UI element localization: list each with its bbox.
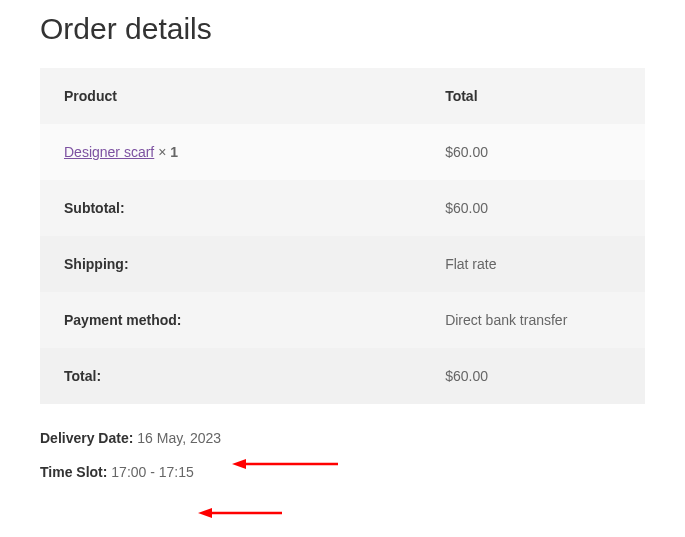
svg-marker-3 <box>198 508 212 518</box>
product-link[interactable]: Designer scarf <box>64 144 154 160</box>
footer-label: Total: <box>40 348 421 404</box>
footer-value: Direct bank transfer <box>421 292 645 348</box>
product-cell: Designer scarf × 1 <box>40 124 421 180</box>
footer-value: Flat rate <box>421 236 645 292</box>
order-details-page: Order details Product Total Designer sca… <box>0 0 685 528</box>
order-details-table: Product Total Designer scarf × 1 $60.00 … <box>40 68 645 404</box>
footer-label: Subtotal: <box>40 180 421 236</box>
col-header-total: Total <box>421 68 645 124</box>
time-slot-label: Time Slot: <box>40 464 107 480</box>
table-row: Subtotal: $60.00 <box>40 180 645 236</box>
footer-label: Shipping: <box>40 236 421 292</box>
product-total: $60.00 <box>421 124 645 180</box>
time-slot-line: Time Slot: 17:00 - 17:15 <box>40 464 645 480</box>
footer-value: $60.00 <box>421 348 645 404</box>
delivery-date-line: Delivery Date: 16 May, 2023 <box>40 430 645 446</box>
product-qty-separator: × <box>158 144 170 160</box>
table-row: Shipping: Flat rate <box>40 236 645 292</box>
col-header-product: Product <box>40 68 421 124</box>
order-meta: Delivery Date: 16 May, 2023 Time Slot: 1… <box>40 430 645 480</box>
delivery-date-value: 16 May, 2023 <box>137 430 221 446</box>
page-title: Order details <box>40 12 645 46</box>
table-row: Total: $60.00 <box>40 348 645 404</box>
table-row: Designer scarf × 1 $60.00 <box>40 124 645 180</box>
footer-value: $60.00 <box>421 180 645 236</box>
delivery-date-label: Delivery Date: <box>40 430 133 446</box>
arrow-icon <box>198 507 282 527</box>
table-row: Payment method: Direct bank transfer <box>40 292 645 348</box>
footer-label: Payment method: <box>40 292 421 348</box>
table-header-row: Product Total <box>40 68 645 124</box>
time-slot-value: 17:00 - 17:15 <box>111 464 194 480</box>
product-qty: 1 <box>170 144 178 160</box>
